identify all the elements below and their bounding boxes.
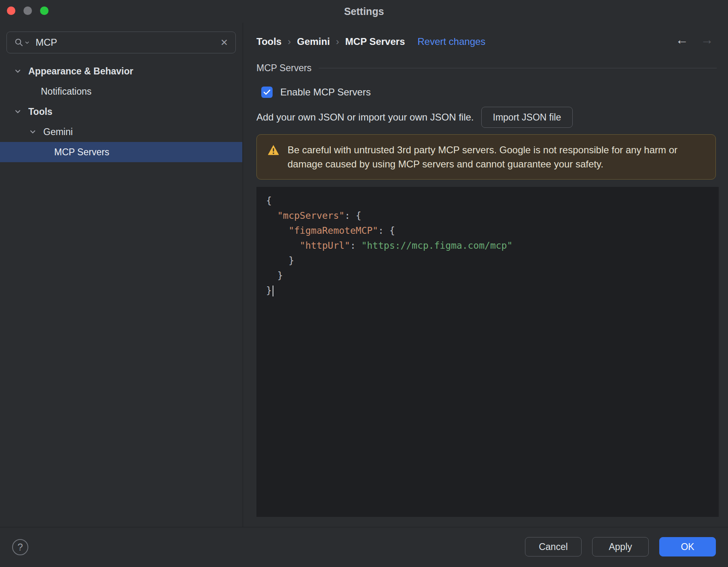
sidebar-item-notifications[interactable]: Notifications <box>0 81 242 102</box>
sidebar-item-label: Appearance & Behavior <box>28 66 133 77</box>
settings-tree: Appearance & Behavior Notifications Tool… <box>0 61 242 162</box>
warning-text: Be careful with untrusted 3rd party MCP … <box>288 143 705 171</box>
json-editor-lines: { "mcpServers": { "figmaRemoteMCP": { "h… <box>266 193 711 298</box>
chevron-down-icon[interactable] <box>14 67 22 75</box>
sidebar-item-label: Tools <box>28 106 53 117</box>
traffic-lights <box>7 6 49 15</box>
import-json-button[interactable]: Import JSON file <box>481 107 573 128</box>
sidebar-item-mcp-servers[interactable]: MCP Servers <box>0 142 242 162</box>
revert-changes-link[interactable]: Revert changes <box>417 36 485 47</box>
apply-button[interactable]: Apply <box>592 537 649 556</box>
warning-icon <box>267 144 279 171</box>
enable-mcp-row: Enable MCP Servers <box>261 86 371 98</box>
sidebar-item-appearance-behavior[interactable]: Appearance & Behavior <box>0 61 242 81</box>
window-title: Settings <box>0 0 728 23</box>
footer-buttons: Cancel Apply OK <box>525 537 716 556</box>
section-divider <box>319 68 717 68</box>
enable-mcp-label[interactable]: Enable MCP Servers <box>280 87 371 98</box>
section-header: MCP Servers <box>256 61 717 74</box>
search-input[interactable] <box>36 37 220 48</box>
section-title: MCP Servers <box>256 63 311 74</box>
zoom-window-button[interactable] <box>40 6 49 15</box>
breadcrumb-item-mcp-servers: MCP Servers <box>345 36 405 47</box>
ok-button[interactable]: OK <box>659 537 716 556</box>
minimize-window-button[interactable] <box>23 6 32 15</box>
breadcrumb-separator-icon: › <box>336 36 339 47</box>
sidebar-item-label: MCP Servers <box>54 147 109 158</box>
search-icon[interactable] <box>14 38 29 47</box>
breadcrumb-separator-icon: › <box>288 36 291 47</box>
titlebar: Settings <box>0 0 728 23</box>
sidebar-item-label: Gemini <box>43 127 73 138</box>
mcp-json-editor[interactable]: { "mcpServers": { "figmaRemoteMCP": { "h… <box>256 187 719 517</box>
chevron-down-icon[interactable] <box>29 128 37 136</box>
sidebar-item-gemini[interactable]: Gemini <box>0 122 242 142</box>
history-nav: ← → <box>675 33 713 46</box>
help-label: ? <box>17 542 23 553</box>
settings-search-field[interactable]: ✕ <box>6 32 236 53</box>
text-caret <box>273 286 273 296</box>
warning-banner: Be careful with untrusted 3rd party MCP … <box>256 134 716 180</box>
breadcrumb-item-gemini[interactable]: Gemini <box>297 36 330 47</box>
footer-bar: ? Cancel Apply OK <box>0 527 728 567</box>
cancel-button[interactable]: Cancel <box>525 537 582 556</box>
back-arrow-icon[interactable]: ← <box>675 33 688 46</box>
sidebar-item-label: Notifications <box>41 86 91 97</box>
close-window-button[interactable] <box>7 6 15 15</box>
settings-sidebar: ✕ Appearance & Behavior Notifications To… <box>0 23 243 527</box>
breadcrumb: Tools › Gemini › MCP Servers Revert chan… <box>256 35 485 49</box>
checkmark-icon <box>263 89 271 95</box>
sidebar-item-tools[interactable]: Tools <box>0 102 242 122</box>
import-row: Add your own JSON or import your own JSO… <box>256 106 573 129</box>
import-description: Add your own JSON or import your own JSO… <box>256 112 474 123</box>
help-icon[interactable]: ? <box>12 539 28 555</box>
chevron-down-icon[interactable] <box>14 108 22 116</box>
breadcrumb-item-tools[interactable]: Tools <box>256 36 281 47</box>
enable-mcp-checkbox[interactable] <box>261 87 273 98</box>
forward-arrow-icon[interactable]: → <box>700 33 713 46</box>
clear-search-icon[interactable]: ✕ <box>220 38 228 47</box>
